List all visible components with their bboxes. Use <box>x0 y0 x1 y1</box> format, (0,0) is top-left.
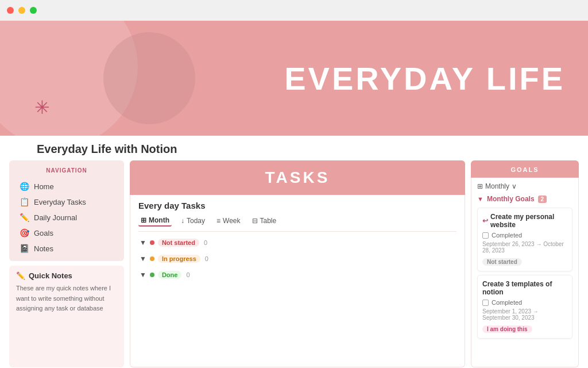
quick-notes-icon: ✏️ <box>16 271 25 280</box>
goals-group-header[interactable]: ▼ Monthly Goals 2 <box>477 195 572 203</box>
goals-icon: 🎯 <box>20 228 29 237</box>
sidebar-item-daily-journal[interactable]: ✏️ Daily Journal <box>11 210 122 225</box>
tasks-view-bar: ⊞ Month ↓ Today ≡ Week ⊟ Table <box>138 215 457 232</box>
goal-card-1-checkbox-box[interactable] <box>482 232 489 239</box>
view-week[interactable]: ≡ Week <box>214 216 242 226</box>
tasks-group-inprogress-header[interactable]: ▼ In progress 0 <box>138 252 457 265</box>
banner: ✳ EVERYDAY LIFE <box>0 21 588 136</box>
main-layout: NAVIGATION 🌐 Home 📋 Everyday Tasks ✏️ Da… <box>0 160 588 367</box>
goals-group-label: Monthly Goals <box>487 195 535 203</box>
tasks-db-title: Every day Tasks <box>138 201 457 210</box>
goal-card-1-icon: ↩ <box>482 217 488 225</box>
goals-view-label: Monthly <box>485 182 509 190</box>
sidebar-item-goals-label: Goals <box>34 229 53 237</box>
goals-header-text: GOALS <box>510 166 539 173</box>
journal-icon: ✏️ <box>20 213 29 222</box>
group-expand-icon: ▼ <box>140 239 146 247</box>
today-view-label: Today <box>187 217 205 225</box>
goal-card-2[interactable]: Create 3 templates of notion Completed S… <box>477 275 572 339</box>
goal-card-2-checkbox-box[interactable] <box>482 300 489 306</box>
sidebar-item-everyday-tasks-label: Everyday Tasks <box>34 198 86 206</box>
sidebar-quick-notes-title: ✏️ Quick Notes <box>16 271 117 280</box>
sidebar: NAVIGATION 🌐 Home 📋 Everyday Tasks ✏️ Da… <box>9 160 124 367</box>
week-view-label: Week <box>223 217 240 225</box>
goals-panel: GOALS ⊞ Monthly ∨ ▼ Monthly Goals 2 ↩ Cr… <box>471 160 579 367</box>
goals-view-chevron: ∨ <box>512 182 517 190</box>
month-view-icon: ⊞ <box>141 216 146 224</box>
goal-card-2-checkbox[interactable]: Completed <box>482 299 567 306</box>
goals-header-bar: GOALS <box>471 160 579 178</box>
goal-card-1-dates: September 26, 2023 → October 28, 2023 <box>482 241 567 254</box>
goal-card-1[interactable]: ↩ Create my personal website Completed S… <box>477 208 572 271</box>
tasks-group-notstarted-header[interactable]: ▼ Not started 0 <box>138 236 457 249</box>
done-badge: Done <box>158 271 182 279</box>
goal-card-2-title: Create 3 templates of notion <box>482 280 567 296</box>
tasks-group-done: ▼ Done 0 <box>138 269 457 281</box>
main-content: TASKS Every day Tasks ⊞ Month ↓ Today ≡ … <box>130 160 465 367</box>
page-title: Everyday Life with Notion <box>37 143 177 155</box>
banner-title: EVERYDAY LIFE <box>284 60 588 97</box>
sidebar-nav: NAVIGATION 🌐 Home 📋 Everyday Tasks ✏️ Da… <box>9 160 124 261</box>
sidebar-nav-header: NAVIGATION <box>9 165 124 178</box>
table-view-icon: ⊟ <box>252 217 258 225</box>
goals-group-expand-icon: ▼ <box>477 195 483 202</box>
tasks-body: Every day Tasks ⊞ Month ↓ Today ≡ Week ⊟… <box>130 195 465 367</box>
group-expand-icon-3: ▼ <box>140 271 146 279</box>
sidebar-item-home-label: Home <box>34 182 54 191</box>
done-count: 0 <box>186 271 189 278</box>
close-dot[interactable] <box>7 7 14 14</box>
today-view-icon: ↓ <box>181 217 184 225</box>
goals-body: ⊞ Monthly ∨ ▼ Monthly Goals 2 ↩ Create m… <box>471 178 579 367</box>
tasks-header-text: TASKS <box>265 168 330 186</box>
page-title-area: Everyday Life with Notion <box>0 136 588 160</box>
inprogress-badge: In progress <box>158 255 200 263</box>
goals-group-count: 2 <box>538 195 547 203</box>
sidebar-item-daily-journal-label: Daily Journal <box>34 213 77 222</box>
titlebar <box>0 0 588 21</box>
maximize-dot[interactable] <box>30 7 37 14</box>
goals-view-monthly[interactable]: ⊞ Monthly ∨ <box>477 182 572 190</box>
goal-card-1-status: Not started <box>482 258 522 266</box>
goals-view-icon: ⊞ <box>477 182 483 190</box>
sidebar-item-notes[interactable]: 📓 Notes <box>11 241 122 256</box>
notstarted-dot <box>150 240 154 245</box>
notes-icon: 📓 <box>20 244 29 253</box>
minimize-dot[interactable] <box>18 7 25 14</box>
done-dot <box>150 273 154 277</box>
tasks-group-done-header[interactable]: ▼ Done 0 <box>138 269 457 281</box>
group-expand-icon-2: ▼ <box>140 255 146 263</box>
goal-card-1-title: ↩ Create my personal website <box>482 213 567 229</box>
view-today[interactable]: ↓ Today <box>179 216 207 226</box>
month-view-label: Month <box>149 216 169 224</box>
notstarted-count: 0 <box>204 239 207 246</box>
home-icon: 🌐 <box>20 182 29 191</box>
sidebar-quick-notes-text: These are my quick notes where I want to… <box>16 283 117 314</box>
sidebar-item-home[interactable]: 🌐 Home <box>11 179 122 194</box>
inprogress-dot <box>150 256 154 261</box>
goal-card-1-checkbox[interactable]: Completed <box>482 232 567 239</box>
tasks-header-bar: TASKS <box>130 160 465 195</box>
view-month[interactable]: ⊞ Month <box>138 215 172 227</box>
tasks-group-inprogress: ▼ In progress 0 <box>138 252 457 265</box>
goal-card-2-dates: September 1, 2023 → September 30, 2023 <box>482 308 567 321</box>
sidebar-item-notes-label: Notes <box>34 244 53 253</box>
goal-card-2-status: I am doing this <box>482 325 532 333</box>
banner-sun-icon: ✳ <box>34 97 50 118</box>
sidebar-quick-notes: ✏️ Quick Notes These are my quick notes … <box>9 266 124 367</box>
tasks-group-notstarted: ▼ Not started 0 <box>138 236 457 249</box>
tasks-icon: 📋 <box>20 197 29 206</box>
banner-decoration-small <box>103 32 195 124</box>
sidebar-item-everyday-tasks[interactable]: 📋 Everyday Tasks <box>11 194 122 209</box>
notstarted-badge: Not started <box>158 239 199 247</box>
view-table[interactable]: ⊟ Table <box>250 216 279 226</box>
week-view-icon: ≡ <box>216 217 220 225</box>
inprogress-count: 0 <box>205 255 208 262</box>
sidebar-item-goals[interactable]: 🎯 Goals <box>11 225 122 240</box>
table-view-label: Table <box>260 217 277 225</box>
